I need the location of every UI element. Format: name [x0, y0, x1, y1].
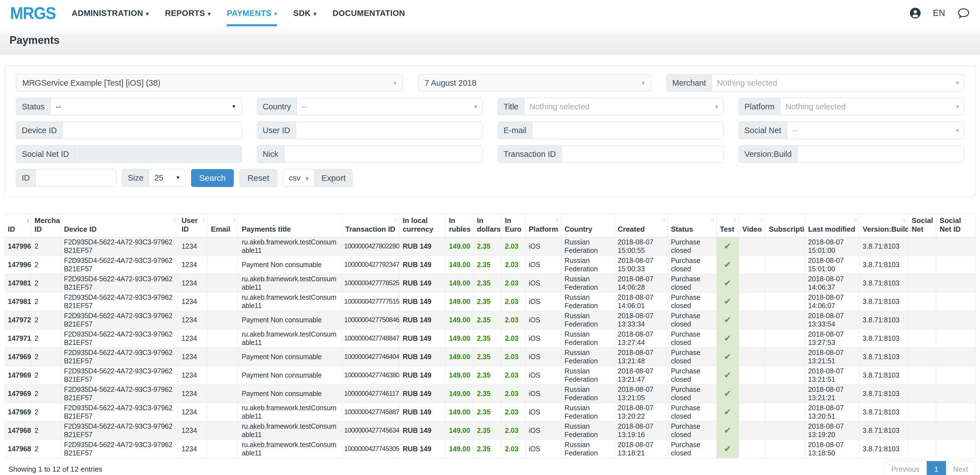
- nav-item-reports[interactable]: REPORTS ▾: [165, 0, 211, 26]
- column-label: Subscription: [769, 225, 805, 233]
- cell-in_euro: 2.03: [501, 292, 525, 311]
- cell-in_euro: 2.03: [501, 366, 525, 384]
- cell-social_net: [908, 421, 936, 440]
- chat-icon[interactable]: [957, 7, 970, 19]
- column-label: Video: [742, 225, 762, 233]
- cell-status: Purchase closed: [667, 421, 716, 440]
- cell-user_id: 1234: [178, 329, 207, 348]
- column-header-status[interactable]: Status↑↓: [667, 214, 716, 237]
- transaction-id-input[interactable]: [567, 146, 718, 163]
- cell-id: 14799662: [5, 237, 31, 256]
- cell-version_build: 3.8.71:8103: [859, 292, 908, 311]
- cell-subscription: [765, 329, 805, 348]
- application-select[interactable]: MRGService Example [Test] [iOS] (38) ▾: [16, 74, 403, 92]
- previous-page-button[interactable]: Previous: [884, 461, 927, 475]
- sort-icon: ↑↓: [232, 217, 235, 223]
- cell-in_euro: 2.03: [501, 311, 525, 329]
- cell-test: ✔: [716, 421, 739, 440]
- cell-platform: iOS: [525, 274, 561, 292]
- cell-subscription: [765, 366, 805, 384]
- nav-item-documentation[interactable]: DOCUMENTATION: [332, 0, 405, 26]
- title-select[interactable]: Nothing selected ▾: [525, 98, 723, 115]
- cell-merchant_id: 2: [31, 348, 60, 366]
- cell-transaction_id: 1000000427745634: [342, 421, 399, 440]
- cell-social_net_id: [936, 384, 975, 403]
- column-header-test[interactable]: Test↑↓: [716, 214, 739, 237]
- table-row: 147969422F2D935D4-5622-4A72-93C3-97962B2…: [5, 384, 975, 403]
- cell-in_rubles: 149.00: [445, 256, 473, 274]
- cell-created: 2018-08-07 13:33:34: [614, 311, 668, 329]
- cell-in_dollars: 2.35: [473, 403, 501, 421]
- user-avatar-icon[interactable]: [909, 7, 921, 19]
- device-id-input[interactable]: [68, 122, 236, 139]
- column-header-last_modified[interactable]: Last modified↑↓: [805, 214, 859, 237]
- search-button[interactable]: Search: [191, 169, 234, 187]
- social-net-filter: Social Net -- ▾: [739, 122, 964, 139]
- column-header-id[interactable]: ID↓: [5, 214, 31, 237]
- test-check-icon: ✔: [724, 389, 732, 398]
- cell-test: ✔: [716, 292, 739, 311]
- cell-merchant_id: 2: [31, 274, 60, 292]
- cell-device_id: F2D935D4-5622-4A72-93C3-97962B21EF57: [60, 237, 178, 256]
- user-id-input[interactable]: [301, 122, 477, 139]
- column-header-title: Payments̀ title: [238, 214, 342, 237]
- language-selector[interactable]: EN: [933, 8, 945, 18]
- column-header-social_net: Social Net: [908, 214, 936, 237]
- export-button[interactable]: Export: [315, 169, 352, 187]
- cell-in_dollars: 2.35: [473, 384, 501, 403]
- platform-select[interactable]: Nothing selected ▾: [780, 98, 964, 115]
- cell-in_rubles: 149.00: [445, 384, 473, 403]
- cell-test: ✔: [716, 440, 739, 458]
- nick-input[interactable]: [289, 146, 477, 163]
- nav-item-sdk[interactable]: SDK ▾: [293, 0, 317, 26]
- cell-test: ✔: [716, 274, 739, 292]
- version-build-input[interactable]: [803, 146, 959, 163]
- country-filter: Country -- ▾: [257, 98, 483, 115]
- nav-item-label: ADMINISTRATION: [72, 9, 143, 18]
- cell-version_build: 3.8.71:8103: [859, 237, 908, 256]
- logo[interactable]: MRGS: [10, 3, 56, 23]
- column-header-device_id[interactable]: Device ID↑↓: [60, 214, 178, 237]
- cell-user_id: 1234: [178, 274, 207, 292]
- cell-created: 2018-08-07 15:00:33: [614, 256, 668, 274]
- column-header-video[interactable]: Video↑↓: [739, 214, 765, 237]
- table-row: 147972832F2D935D4-5622-4A72-93C3-97962B2…: [5, 311, 975, 329]
- date-select[interactable]: 7 August 2018 ▾: [418, 74, 651, 92]
- export-format-select[interactable]: csv ∨: [283, 169, 315, 187]
- cell-status: Purchase closed: [667, 440, 716, 458]
- merchant-select[interactable]: Nothing selected ▾: [712, 75, 964, 91]
- reset-button[interactable]: Reset: [239, 169, 277, 187]
- column-header-email[interactable]: Email↑↓: [208, 214, 238, 237]
- id-input[interactable]: [41, 169, 111, 186]
- cell-title: ru.akeb.framework.testConsumable11: [238, 274, 342, 292]
- nav-item-administration[interactable]: ADMINISTRATION ▾: [72, 0, 149, 26]
- page-1-button[interactable]: 1: [927, 461, 946, 475]
- page-header: Payments: [0, 26, 980, 54]
- next-page-button[interactable]: Next: [946, 461, 975, 475]
- cell-user_id: 1234: [178, 440, 207, 458]
- column-label: In rubles: [449, 216, 471, 233]
- size-select[interactable]: 25 ▼: [149, 169, 185, 186]
- column-label: Last modified: [808, 225, 855, 233]
- cell-in_rubles: 149.00: [445, 329, 473, 348]
- column-label: Email: [211, 225, 230, 233]
- column-header-created[interactable]: Created↑↓: [614, 214, 668, 237]
- column-header-transaction_id[interactable]: Transaction ID↑↓: [342, 214, 399, 237]
- cell-status: Purchase closed: [667, 348, 716, 366]
- email-input[interactable]: [537, 122, 718, 139]
- cell-in_local: RUB 149: [399, 366, 445, 384]
- status-select[interactable]: -- ▼: [51, 98, 241, 115]
- nav-item-payments[interactable]: PAYMENTS ▾: [227, 0, 277, 26]
- social-net-select[interactable]: -- ▾: [787, 122, 964, 139]
- column-header-version_build[interactable]: Version:Build↑↓: [859, 214, 908, 237]
- column-header-platform[interactable]: Platform↑↓: [525, 214, 561, 237]
- cell-merchant_id: 2: [31, 311, 60, 329]
- country-select[interactable]: -- ▾: [297, 98, 482, 115]
- cell-merchant_id: 2: [31, 403, 60, 421]
- cell-social_net_id: [936, 311, 975, 329]
- column-label: ID: [8, 225, 15, 233]
- column-header-user_id[interactable]: User ID↑↓: [178, 214, 207, 237]
- cell-title: ru.akeb.framework.testConsumable11: [238, 440, 342, 458]
- cell-test: ✔: [716, 403, 739, 421]
- cell-merchant_id: 2: [31, 421, 60, 440]
